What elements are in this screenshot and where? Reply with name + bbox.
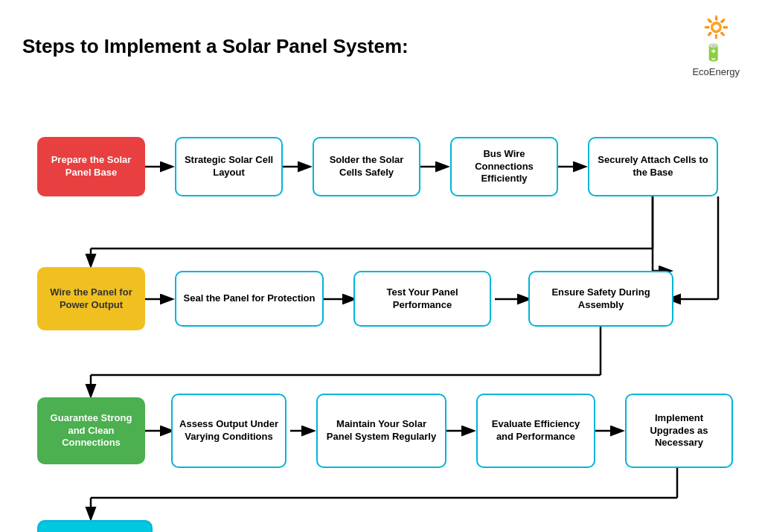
logo-text: EcoEnergy: [692, 66, 740, 77]
step-9-box: Ensure Safety During Assembly: [528, 271, 673, 327]
flowchart: Prepare the Solar Panel Base Strategic S…: [22, 92, 737, 532]
main-container: Steps to Implement a Solar Panel System:…: [0, 0, 762, 532]
step-5-box: Securely Attach Cells to the Base: [588, 137, 718, 196]
step-13-box: Evaluate Efficiency and Performance: [476, 394, 595, 468]
step-6-box: Wire the Panel for Power Output: [37, 267, 145, 330]
step-10-box: Guarantee Strong and Clean Connections: [37, 397, 145, 464]
step-11-box: Assess Output Under Varying Conditions: [171, 394, 286, 468]
step-3-box: Solder the Solar Cells Safely: [313, 137, 420, 196]
step-1-box: Prepare the Solar Panel Base: [37, 137, 145, 196]
step-4-box: Bus Wire Connections Efficiently: [450, 137, 558, 196]
eco-energy-icon: 🔆🔋: [703, 15, 729, 63]
step-12-box: Maintain Your Solar Panel System Regular…: [316, 394, 446, 468]
step-8-box: Test Your Panel Performance: [353, 271, 491, 327]
step-15-box: Continuously Improve: [37, 520, 153, 532]
step-2-box: Strategic Solar Cell Layout: [175, 137, 283, 196]
step-7-box: Seal the Panel for Protection: [175, 271, 324, 327]
logo-area: 🔆🔋 EcoEnergy: [692, 15, 740, 77]
header: Steps to Implement a Solar Panel System:…: [22, 15, 740, 77]
page-title: Steps to Implement a Solar Panel System:: [22, 35, 409, 58]
step-14-box: Implement Upgrades as Necessary: [625, 394, 733, 468]
